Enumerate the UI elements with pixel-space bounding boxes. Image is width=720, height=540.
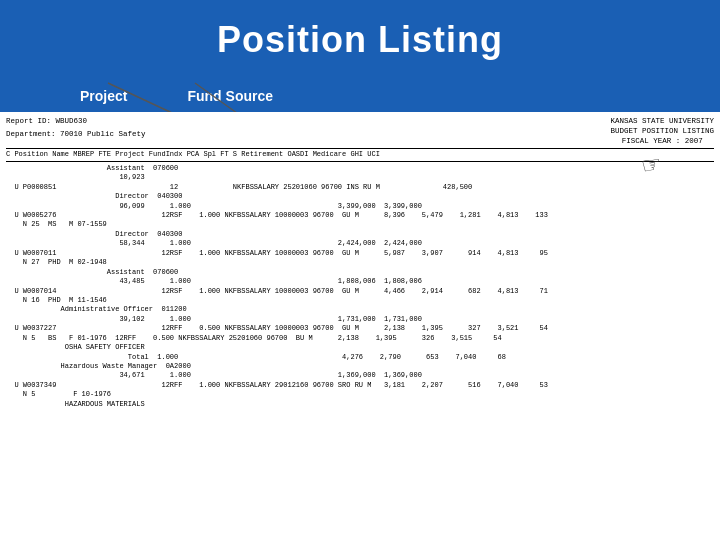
report-row: Total 1.000 4,276 2,790 653 7,040 68 <box>6 353 714 362</box>
report-row: N 25 MS M 07-1559 <box>6 220 714 229</box>
report-row: 34,671 1.000 1,369,000 1,369,000 <box>6 371 714 380</box>
main-header: Position Listing <box>0 0 720 80</box>
report-row: U W0037227 12RFF 0.500 NKFBSSALARY 10000… <box>6 324 714 333</box>
report-row: Director 040300 <box>6 192 714 201</box>
project-label: Project <box>80 88 127 104</box>
report-row: U P0000851 12 NKFBSSALARY 25201060 96700… <box>6 183 714 192</box>
report-id: Report ID: WBUD630 Department: 70010 Pub… <box>6 116 146 146</box>
report-row: N 27 PHD M 02-1948 <box>6 258 714 267</box>
report-header: Report ID: WBUD630 Department: 70010 Pub… <box>6 116 714 146</box>
report-row: 58,344 1.000 2,424,000 2,424,000 <box>6 239 714 248</box>
report-row: Assistant 070600 <box>6 164 714 173</box>
column-headers: C Position Name MBREP FTE Project FundIn… <box>6 148 714 161</box>
report-row: 10,923 <box>6 173 714 182</box>
report-row: Assistant 070600 <box>6 268 714 277</box>
report-row: 96,099 1.000 3,399,000 3,399,000 <box>6 202 714 211</box>
report-row: Hazardous Waste Manager 0A2000 <box>6 362 714 371</box>
report-row: HAZARDOUS MATERIALS <box>6 400 714 409</box>
report-row: Administrative Officer 011200 <box>6 305 714 314</box>
sub-header: Project Fund Source <box>0 80 720 112</box>
report-row: 39,102 1.000 1,731,000 1,731,000 <box>6 315 714 324</box>
report-body: Assistant 070600 10,923 U P0000851 12 NK… <box>6 164 714 409</box>
report-row: Director 040300 <box>6 230 714 239</box>
report-row: OSHA SAFETY OFFICER <box>6 343 714 352</box>
fund-source-label: Fund Source <box>187 88 273 104</box>
report-row: U W0007011 12RSF 1.000 NKFBSSALARY 10000… <box>6 249 714 258</box>
report-row: U W0007014 12RSF 1.000 NKFBSSALARY 10000… <box>6 287 714 296</box>
report-row: 43,485 1.000 1,808,006 1,808,006 <box>6 277 714 286</box>
report-meta: KANSAS STATE UNIVERSITY BUDGET POSITION … <box>610 116 714 146</box>
page-title: Position Listing <box>217 19 503 61</box>
report-row: N 16 PHD M 11-1546 <box>6 296 714 305</box>
report-row: N 5 BS F 01-1976 12RFF 0.500 NKFBSSALARY… <box>6 334 714 343</box>
report-row: N 5 F 10-1976 <box>6 390 714 399</box>
report-content: Report ID: WBUD630 Department: 70010 Pub… <box>0 112 720 540</box>
report-row: U W0037349 12RFF 1.000 NKFBSSALARY 29012… <box>6 381 714 390</box>
report-row: U W0005276 12RSF 1.000 NKFBSSALARY 10000… <box>6 211 714 220</box>
